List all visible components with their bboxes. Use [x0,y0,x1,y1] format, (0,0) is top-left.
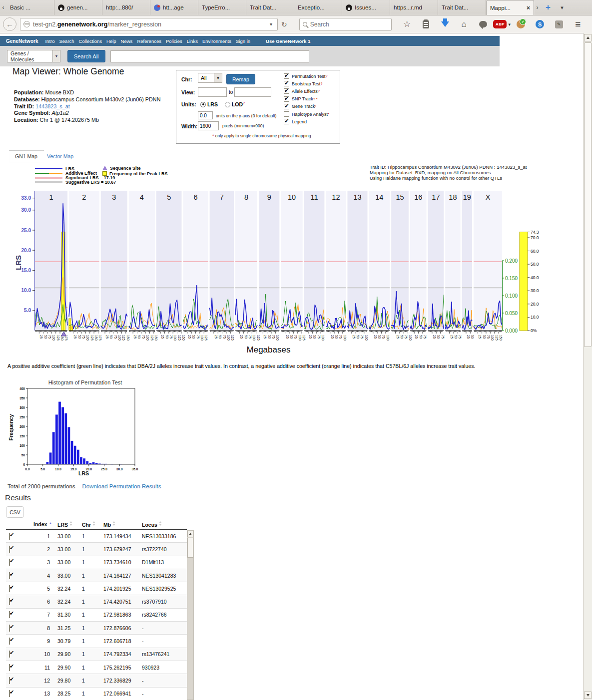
nav-use-gn1[interactable]: Use GeneNetwork 1 [266,38,310,44]
table-row[interactable]: 1129.901175.262195930923 [6,661,187,674]
window-scrollbar-thumb[interactable] [584,42,592,347]
table-row[interactable]: 1328.251172.066941- [6,688,187,700]
cookie-icon[interactable] [512,20,531,28]
chr-select-arrow-icon[interactable]: ▼ [214,73,222,83]
back-button[interactable]: ← [3,17,16,31]
nav-item[interactable]: Links [187,38,198,44]
table-scrollbar[interactable] [187,530,194,700]
tab-scroll-right-icon[interactable]: › [534,0,541,15]
download-permutation-link[interactable]: Download Permutation Results [82,483,161,489]
row-checkbox[interactable] [9,638,10,645]
tab-gn1-map[interactable]: GN1 Map [9,150,43,162]
tab-list-dropdown-icon[interactable]: ▾ [556,0,569,15]
browser-tab[interactable]: Basic ... [6,0,54,15]
row-checkbox[interactable] [9,677,10,684]
browser-tab[interactable]: Mappi...× [486,0,534,15]
url-bar[interactable]: test-gn2. genenetwork.org /marker_regres… [20,18,278,31]
nav-item[interactable]: Help [106,38,116,44]
units-radio-lod[interactable]: LOD? [225,101,245,107]
table-row[interactable]: 731.301172.981863rs8242766 [6,609,187,622]
col-lrs[interactable]: LRS [55,521,80,528]
checkbox-haplotype-analyst[interactable] [284,111,289,117]
window-scroll-down-icon[interactable] [584,692,592,699]
checkbox-snp-track[interactable] [284,96,289,102]
table-row[interactable]: 433.001174.164127NES13041283 [6,569,187,582]
site-search-input[interactable] [110,50,309,62]
nav-item[interactable]: Environments [202,38,231,44]
browser-tab[interactable]: Trait Dat... [438,0,486,15]
col-index[interactable]: Index▲ [26,521,55,527]
col-locus[interactable]: Locus [140,521,187,528]
row-checkbox[interactable] [9,598,10,605]
category-select-value[interactable]: Genes / Molecules [7,50,53,62]
chr-select[interactable]: All [198,73,214,83]
nav-item[interactable]: References [137,38,161,44]
browser-tab[interactable]: htt...age [150,0,198,15]
browser-tab[interactable]: http:...880/ [102,0,150,15]
csv-button[interactable]: CSV [6,506,24,518]
nav-item[interactable]: Collections [79,38,102,44]
row-checkbox[interactable] [9,690,10,697]
table-scroll-up-icon[interactable] [187,531,193,537]
table-row[interactable]: 532.241174.201925NES13029525 [6,582,187,595]
browser-tab[interactable]: Trait Dat... [246,0,294,15]
table-row[interactable]: 333.001173.734610D1Mit113 [6,556,187,569]
row-checkbox[interactable] [9,572,10,579]
new-tab-button[interactable]: + [541,0,556,15]
row-checkbox[interactable] [9,651,10,658]
checkbox-allele-effects[interactable] [284,88,289,94]
row-checkbox[interactable] [9,664,10,671]
adblock-icon[interactable]: ABP▾ [493,20,512,28]
table-row[interactable]: 1229.801172.336829- [6,674,187,687]
row-checkbox[interactable] [9,625,10,632]
nav-item[interactable]: Intro [45,38,54,44]
checkbox-legend[interactable] [284,119,289,124]
checkbox-permutation-test[interactable] [284,73,289,79]
row-checkbox[interactable] [9,585,10,592]
col-chr[interactable]: Chr [80,521,101,528]
nav-item[interactable]: Policies [166,38,182,44]
y-units-input[interactable] [198,111,213,119]
search-all-button[interactable]: Search All [67,50,105,62]
category-select-arrow-icon[interactable]: ▼ [53,50,60,62]
row-checkbox[interactable] [9,559,10,566]
table-scrollbar-thumb[interactable] [187,538,193,558]
row-checkbox[interactable] [9,546,10,553]
nav-item[interactable]: News [121,38,133,44]
browser-search-input[interactable] [310,21,380,28]
row-checkbox[interactable] [9,611,10,618]
tab-vector-map[interactable]: Vector Map [47,153,73,159]
table-row[interactable]: 133.001173.149434NES13033186 [6,530,187,543]
browser-tab[interactable]: https...r.md [390,0,438,15]
browser-tab[interactable]: Issues... [342,0,390,15]
selenium-icon[interactable]: ✎ [550,20,569,28]
checkbox-bootstrap-test[interactable] [284,81,289,86]
table-row[interactable]: 632.241174.420751rs3707910 [6,595,187,608]
chat-icon[interactable] [474,21,493,27]
browser-tab[interactable]: genen... [54,0,102,15]
browser-tab[interactable]: TypeErro... [198,0,246,15]
download-icon[interactable] [436,21,455,27]
remap-button[interactable]: Remap [226,74,255,84]
reload-icon[interactable]: ↻ [278,20,288,28]
table-row[interactable]: 233.001173.679247rs3722740 [6,543,187,556]
window-scroll-up-icon[interactable] [584,34,592,41]
table-row[interactable]: 930.791172.606718- [6,635,187,648]
window-scrollbar[interactable] [583,33,592,700]
tab-scroll-left-icon[interactable]: ‹ [0,0,6,15]
browser-tab[interactable]: Exceptio... [294,0,342,15]
nav-item[interactable]: Search [59,38,74,44]
clipboard-icon[interactable] [417,20,436,28]
bookmark-star-icon[interactable]: ☆ [398,19,417,29]
table-row[interactable]: 1029.901174.792334rs13476241 [6,648,187,661]
nav-item[interactable]: Sign in [236,38,250,44]
table-row[interactable]: 831.251172.876606- [6,622,187,635]
category-select[interactable]: Genes / Molecules ▼ [7,50,60,62]
units-radio-lrs[interactable]: LRS [200,101,218,107]
tab-close-icon[interactable]: × [527,4,530,11]
info-value[interactable]: 1443823_s_at [35,103,69,109]
checkbox-gene-track[interactable] [284,104,289,109]
gn-brand[interactable]: GeneNetwork [6,38,38,44]
width-input[interactable] [198,121,219,130]
s-plugin-icon[interactable]: S [531,20,550,28]
